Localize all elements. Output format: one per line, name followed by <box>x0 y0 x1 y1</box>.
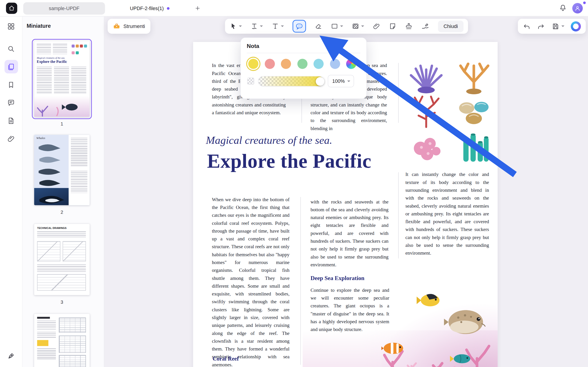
opacity-value: 100% <box>332 78 345 84</box>
chevron-down-icon <box>561 25 564 27</box>
attachment-tool[interactable] <box>373 20 380 33</box>
text-highlight-tool[interactable] <box>251 20 263 33</box>
thumbnails-panel-button[interactable] <box>4 60 18 73</box>
column-divider <box>398 63 399 123</box>
bookmarks-button[interactable] <box>4 78 18 92</box>
page-thumbnail-1[interactable]: Magical creatures of the sea. Explore th… <box>34 41 90 127</box>
undo-button[interactable] <box>523 20 531 33</box>
mini-title: Whales <box>36 136 45 140</box>
butterflyfish <box>417 294 440 306</box>
stamp-tool[interactable] <box>405 20 413 33</box>
page-thumbnail-2[interactable]: Whales 2 <box>34 135 90 215</box>
opacity-dropdown[interactable]: 100% <box>328 75 354 87</box>
transparency-icon <box>247 77 254 85</box>
thumbnail-image: TECHNICAL DRAWINGS <box>34 224 90 295</box>
slider-handle[interactable] <box>316 77 325 86</box>
mini-whales <box>35 141 68 186</box>
cursor-icon <box>229 23 237 30</box>
sea-creature-illustrations <box>402 52 498 165</box>
signature-panel-button[interactable] <box>5 349 18 363</box>
pages-icon <box>7 63 15 70</box>
chevron-down-icon <box>260 25 263 27</box>
tab-sample-updf[interactable]: sample-UPDF <box>23 2 105 15</box>
paperclip-icon <box>373 23 380 30</box>
annotation-toolbar: Chiudi <box>225 19 468 34</box>
top-bar: sample-UPDF UPDF-2-files(1) <box>0 0 588 17</box>
signature-tool[interactable] <box>421 20 429 33</box>
unsaved-dot <box>167 7 169 10</box>
deep-sea-paragraph: Continue to explore the deep sea and we … <box>311 286 389 333</box>
comment-icon <box>7 99 15 106</box>
thumbnail-image: Whales <box>34 135 90 205</box>
ai-icon <box>571 21 581 31</box>
chevron-down-icon <box>347 80 350 82</box>
close-button[interactable]: Chiudi <box>438 20 463 32</box>
thumbnail-image: Magical creatures of the sea. Explore th… <box>34 41 90 117</box>
left-rail <box>0 17 23 367</box>
text-icon <box>271 23 279 30</box>
teal-fish <box>450 354 470 363</box>
history-save-toolbar <box>518 19 586 34</box>
pen-nib-icon <box>7 352 15 360</box>
user-icon <box>574 5 581 11</box>
rectangle-icon <box>331 23 338 30</box>
column-divider <box>398 172 399 259</box>
files-button[interactable] <box>4 114 18 127</box>
shape-tool[interactable] <box>331 20 343 33</box>
text-tool[interactable] <box>271 20 284 33</box>
undo-icon <box>523 22 531 30</box>
notifications-button[interactable] <box>559 4 567 12</box>
page-number: 2 <box>34 210 90 215</box>
mini-script-title: Magical creatures of the sea. <box>37 57 65 59</box>
redo-button[interactable] <box>537 20 545 33</box>
color-swatch-orange[interactable] <box>281 59 291 69</box>
deep-sea-heading: Deep Sea Exploration <box>311 275 364 282</box>
select-tool[interactable] <box>229 20 242 33</box>
page-thumbnail-3[interactable]: TECHNICAL DRAWINGS 3 <box>34 224 90 305</box>
page-thumbnail-4[interactable]: 4 <box>34 314 90 367</box>
save-button[interactable] <box>552 20 564 33</box>
color-swatch-custom[interactable] <box>346 59 356 69</box>
search-button[interactable] <box>4 42 18 56</box>
pattern-tool[interactable] <box>352 20 364 33</box>
eraser-icon <box>315 23 322 30</box>
home-button[interactable] <box>6 2 17 14</box>
main-title: Explore the Pacific <box>207 150 372 172</box>
color-swatch-yellow[interactable] <box>248 59 258 69</box>
eraser-tool[interactable] <box>315 20 322 33</box>
tab-updf-2-files[interactable]: UPDF-2-files(1) <box>108 2 191 15</box>
chevron-down-icon <box>361 25 364 27</box>
ai-assistant-button[interactable] <box>571 20 581 33</box>
right-column: It can instantly change the color and te… <box>405 170 489 257</box>
mini-text-column <box>69 135 90 205</box>
color-swatch-cyan[interactable] <box>313 59 324 69</box>
mini-title: Explore the Pacific <box>37 60 67 64</box>
new-tab-button[interactable] <box>194 5 201 11</box>
color-swatch-red[interactable] <box>265 59 275 69</box>
comments-button[interactable] <box>4 96 18 109</box>
tools-menu-button[interactable]: Strumenti <box>108 19 150 34</box>
attachments-button[interactable] <box>4 132 18 145</box>
home-icon <box>8 5 15 11</box>
user-avatar[interactable] <box>572 3 583 14</box>
opacity-slider[interactable] <box>258 76 324 86</box>
text-highlight-icon <box>251 23 258 30</box>
mini-title: TECHNICAL DRAWINGS <box>37 227 67 229</box>
pufferfish <box>444 310 485 334</box>
toolbox-icon <box>113 23 120 30</box>
close-label: Chiudi <box>443 23 458 29</box>
chevron-down-icon <box>340 25 343 27</box>
panel-title: Miniature <box>27 23 51 29</box>
color-swatch-blue[interactable] <box>330 59 340 69</box>
note-tool[interactable] <box>292 20 306 33</box>
apps-button[interactable] <box>4 19 18 33</box>
color-swatch-green[interactable] <box>297 59 307 69</box>
plus-icon <box>195 5 200 11</box>
tab-label: sample-UPDF <box>49 6 79 11</box>
page-number: 3 <box>34 300 90 305</box>
teal-tube-coral-illustration <box>450 124 498 167</box>
tab-label: UPDF-2-files(1) <box>130 6 164 11</box>
search-icon <box>7 45 15 52</box>
sticker-tool[interactable] <box>389 20 397 33</box>
grid-icon <box>7 22 15 30</box>
